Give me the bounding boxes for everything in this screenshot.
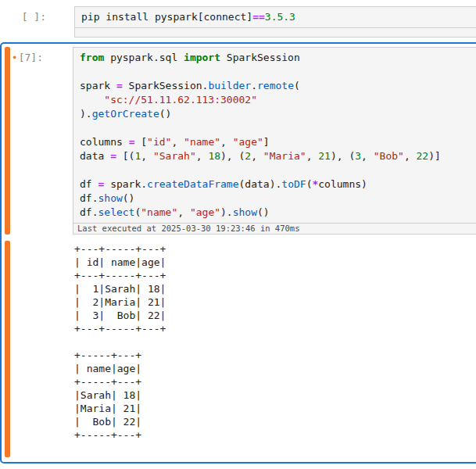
input-prompt-label: [ ]:: [22, 11, 46, 23]
input-collapser-bar[interactable]: [5, 47, 10, 234]
output-prompt-spacer: [10, 241, 73, 457]
stdout-output-text: +---+-----+---+ | id| name|age| +---+---…: [73, 241, 476, 457]
cell-2-output-area: +---+-----+---+ | id| name|age| +---+---…: [5, 241, 476, 457]
input-prompt-cell-2: •[7]:: [10, 47, 73, 234]
code-cell-1[interactable]: [ ]: pip install pyspark[connect]==3.5.3: [0, 6, 476, 38]
output-collapser-bar[interactable]: [5, 241, 10, 457]
notebook-panel: [ ]: pip install pyspark[connect]==3.5.3…: [0, 0, 476, 469]
input-prompt-cell-1: [ ]:: [0, 6, 74, 38]
cell-activity-dot-icon: •: [12, 52, 18, 63]
execution-time-bar-cell-1: [74, 28, 476, 38]
code-editor-cell-1[interactable]: pip install pyspark[connect]==3.5.3: [74, 6, 476, 28]
execution-time-bar-cell-2: Last executed at 2025-03-30 19:23:46 in …: [73, 224, 476, 234]
code-editor-cell-2[interactable]: from pyspark.sql import SparkSession spa…: [73, 47, 476, 224]
input-prompt-label: [7]:: [19, 52, 43, 63]
cell-2-input-area: •[7]: from pyspark.sql import SparkSessi…: [5, 47, 476, 234]
code-cell-2-active[interactable]: •[7]: from pyspark.sql import SparkSessi…: [0, 42, 476, 464]
